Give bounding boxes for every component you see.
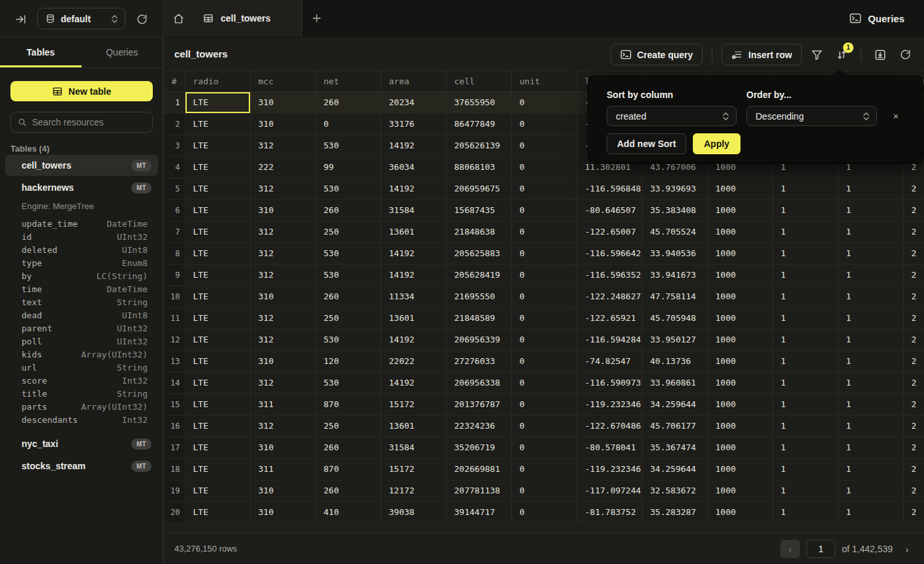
- cell[interactable]: 1000: [707, 458, 773, 480]
- cell[interactable]: 2: [903, 307, 924, 329]
- cell[interactable]: 1000: [707, 415, 773, 437]
- cell[interactable]: 11334: [381, 286, 446, 307]
- cell[interactable]: 0: [511, 221, 577, 242]
- previous-page-button[interactable]: ‹: [780, 540, 800, 558]
- cell[interactable]: LTE: [185, 113, 250, 135]
- cell[interactable]: 201376787: [446, 393, 511, 415]
- cell[interactable]: 21848638: [446, 221, 511, 242]
- cell[interactable]: 1: [838, 307, 903, 329]
- cell[interactable]: -116.596848: [577, 178, 642, 199]
- cell[interactable]: 0: [511, 286, 577, 307]
- cell[interactable]: 1: [773, 286, 838, 307]
- cell[interactable]: 202669881: [446, 458, 511, 480]
- database-selector[interactable]: default: [37, 8, 125, 29]
- next-page-button[interactable]: ›: [899, 540, 915, 558]
- cell[interactable]: LTE: [185, 393, 250, 415]
- cell[interactable]: 22324236: [446, 415, 511, 437]
- cell[interactable]: LTE: [185, 458, 250, 480]
- cell[interactable]: 1000: [707, 307, 773, 329]
- cell[interactable]: 0: [511, 242, 577, 264]
- refresh-table-icon[interactable]: [895, 45, 915, 65]
- cell[interactable]: 530: [315, 135, 381, 156]
- cell[interactable]: 1: [838, 415, 903, 437]
- cell[interactable]: LTE: [185, 350, 250, 372]
- cell[interactable]: 1000: [707, 199, 773, 221]
- cell[interactable]: 1: [773, 242, 838, 264]
- collapse-sidebar-icon[interactable]: [13, 12, 27, 26]
- cell[interactable]: 1: [838, 221, 903, 242]
- apply-sort-button[interactable]: Apply: [693, 133, 741, 154]
- cell[interactable]: 0: [511, 199, 577, 221]
- cell[interactable]: 260: [315, 437, 381, 458]
- cell[interactable]: 250: [315, 221, 381, 242]
- cell[interactable]: 2: [903, 264, 924, 286]
- cell[interactable]: -81.783752: [577, 501, 642, 523]
- cell[interactable]: 1000: [707, 329, 773, 350]
- cell[interactable]: 1: [838, 480, 903, 501]
- cell[interactable]: 1: [838, 264, 903, 286]
- cell[interactable]: -74.82547: [577, 350, 642, 372]
- cell[interactable]: 34.259644: [642, 458, 707, 480]
- cell[interactable]: 2: [903, 286, 924, 307]
- cell[interactable]: 33.940536: [642, 242, 707, 264]
- cell[interactable]: 1: [838, 501, 903, 523]
- cell[interactable]: 310: [250, 437, 315, 458]
- cell[interactable]: 0: [511, 91, 577, 113]
- column-header-cell[interactable]: cell: [446, 72, 511, 91]
- cell[interactable]: 2: [903, 372, 924, 393]
- cell[interactable]: 34.259644: [642, 393, 707, 415]
- sidebar-item-nyc-taxi[interactable]: nyc_taxi MT: [5, 433, 158, 454]
- cell[interactable]: 1: [838, 372, 903, 393]
- cell[interactable]: -80.578041: [577, 437, 642, 458]
- column-header-mcc[interactable]: mcc: [250, 72, 315, 91]
- cell[interactable]: 312: [250, 415, 315, 437]
- cell[interactable]: 0: [511, 415, 577, 437]
- cell[interactable]: 1000: [707, 242, 773, 264]
- cell[interactable]: 530: [315, 372, 381, 393]
- cell[interactable]: -122.65921: [577, 307, 642, 329]
- column-header-radio[interactable]: radio: [185, 72, 250, 91]
- cell[interactable]: 312: [250, 264, 315, 286]
- cell[interactable]: -122.248627: [577, 286, 642, 307]
- cell[interactable]: 33176: [381, 113, 446, 135]
- cell[interactable]: 0: [315, 113, 381, 135]
- cell[interactable]: 870: [315, 393, 381, 415]
- cell[interactable]: 12172: [381, 480, 446, 501]
- cell[interactable]: 0: [511, 307, 577, 329]
- cell[interactable]: 1000: [707, 264, 773, 286]
- cell[interactable]: 310: [250, 350, 315, 372]
- cell[interactable]: 14192: [381, 372, 446, 393]
- cell[interactable]: 35.367474: [642, 437, 707, 458]
- cell[interactable]: 0: [511, 329, 577, 350]
- cell[interactable]: 1000: [707, 372, 773, 393]
- cell[interactable]: 32.583672: [642, 480, 707, 501]
- cell[interactable]: 13601: [381, 221, 446, 242]
- cell[interactable]: 2: [903, 458, 924, 480]
- cell[interactable]: 260: [315, 199, 381, 221]
- cell[interactable]: 530: [315, 329, 381, 350]
- cell[interactable]: LTE: [185, 437, 250, 458]
- cell[interactable]: 14192: [381, 264, 446, 286]
- cell[interactable]: 1: [773, 480, 838, 501]
- cell[interactable]: 45.705948: [642, 307, 707, 329]
- cell[interactable]: 0: [511, 437, 577, 458]
- cell[interactable]: 312: [250, 307, 315, 329]
- cell[interactable]: 1: [773, 437, 838, 458]
- cell[interactable]: 1000: [707, 350, 773, 372]
- refresh-database-icon[interactable]: [134, 11, 150, 27]
- cell[interactable]: 206956338: [446, 372, 511, 393]
- cell[interactable]: 1: [838, 393, 903, 415]
- cell[interactable]: -122.65007: [577, 221, 642, 242]
- cell[interactable]: LTE: [185, 415, 250, 437]
- cell[interactable]: 870: [315, 458, 381, 480]
- cell[interactable]: 2: [903, 415, 924, 437]
- sidebar-tab-tables[interactable]: Tables: [0, 37, 82, 67]
- cell[interactable]: LTE: [185, 501, 250, 523]
- cell[interactable]: 31584: [381, 437, 446, 458]
- cell[interactable]: 1: [773, 393, 838, 415]
- download-icon[interactable]: [870, 45, 890, 65]
- cell[interactable]: 120: [315, 350, 381, 372]
- cell[interactable]: 1: [773, 199, 838, 221]
- cell[interactable]: 39038: [381, 501, 446, 523]
- cell[interactable]: 1: [838, 286, 903, 307]
